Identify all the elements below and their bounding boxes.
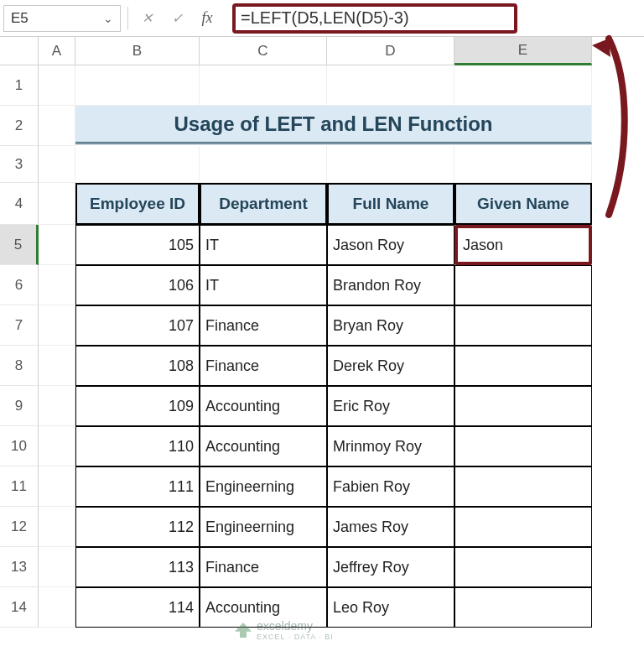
- cell-department[interactable]: IT: [200, 265, 327, 305]
- column-header-B[interactable]: B: [75, 37, 200, 65]
- cell-employee-id[interactable]: 111: [75, 466, 200, 507]
- cell-department[interactable]: Engineerning: [200, 466, 327, 507]
- cell-given-name[interactable]: [454, 507, 592, 547]
- watermark-logo-icon: [235, 623, 252, 638]
- cell-A2[interactable]: [39, 106, 75, 146]
- row-header-6[interactable]: 6: [0, 265, 39, 305]
- cell-employee-id[interactable]: 110: [75, 426, 200, 466]
- cell-A1[interactable]: [39, 65, 75, 106]
- cell-full-name[interactable]: Derek Roy: [327, 346, 454, 386]
- cell-full-name[interactable]: Eric Roy: [327, 386, 454, 426]
- cell-B3[interactable]: [75, 146, 200, 183]
- header-given-name[interactable]: Given Name: [454, 183, 592, 225]
- cell-E3[interactable]: [454, 146, 592, 183]
- cell-employee-id[interactable]: 112: [75, 507, 200, 547]
- cell-D3[interactable]: [327, 146, 454, 183]
- title-cell[interactable]: Usage of LEFT and LEN Function: [75, 106, 592, 144]
- formula-input-wrap: =LEFT(D5,LEN(D5)-3): [226, 2, 641, 35]
- separator: [127, 7, 128, 30]
- fx-icon[interactable]: fx: [195, 7, 219, 30]
- cell-E1[interactable]: [454, 65, 592, 106]
- cell-D1[interactable]: [327, 65, 454, 106]
- header-full-name[interactable]: Full Name: [327, 183, 454, 225]
- cell-full-name[interactable]: Mrinmoy Roy: [327, 426, 454, 466]
- chevron-down-icon[interactable]: ⌄: [103, 12, 113, 25]
- cell-department[interactable]: Finance: [200, 305, 327, 346]
- cell-department[interactable]: Accounting: [200, 426, 327, 466]
- cell-department[interactable]: Engineerning: [200, 507, 327, 547]
- row-header-7[interactable]: 7: [0, 305, 39, 346]
- cell-full-name[interactable]: Jason Roy: [327, 225, 454, 265]
- row-header-12[interactable]: 12: [0, 507, 39, 547]
- cell-employee-id[interactable]: 113: [75, 547, 200, 587]
- cell-A10[interactable]: [39, 426, 75, 466]
- grid: 1 2 3 4 5 6 7 8 9 10 11 12 13 14 Usage o…: [0, 65, 644, 628]
- cell-given-name[interactable]: [454, 426, 592, 466]
- enter-icon[interactable]: ✓: [165, 7, 189, 30]
- cell-given-name[interactable]: [454, 386, 592, 426]
- cell-A12[interactable]: [39, 507, 75, 547]
- cell-department[interactable]: Finance: [200, 547, 327, 587]
- column-header-D[interactable]: D: [327, 37, 454, 65]
- cell-given-name[interactable]: [454, 305, 592, 346]
- cell-A7[interactable]: [39, 305, 75, 346]
- cell-full-name[interactable]: Brandon Roy: [327, 265, 454, 305]
- row-header-13[interactable]: 13: [0, 547, 39, 587]
- column-header-E[interactable]: E: [454, 37, 592, 65]
- cell-A6[interactable]: [39, 265, 75, 305]
- cell-C3[interactable]: [200, 146, 327, 183]
- row-header-5[interactable]: 5: [0, 225, 39, 265]
- cell-A14[interactable]: [39, 587, 75, 628]
- row-header-3[interactable]: 3: [0, 146, 39, 183]
- cell-A9[interactable]: [39, 386, 75, 426]
- row-header-2[interactable]: 2: [0, 106, 39, 146]
- row-header-10[interactable]: 10: [0, 426, 39, 466]
- row-header-14[interactable]: 14: [0, 587, 39, 628]
- formula-input[interactable]: =LEFT(D5,LEN(D5)-3): [232, 3, 517, 34]
- cell-A8[interactable]: [39, 346, 75, 386]
- cell-given-name[interactable]: [454, 547, 592, 587]
- row-header-11[interactable]: 11: [0, 466, 39, 507]
- cell-employee-id[interactable]: 109: [75, 386, 200, 426]
- cancel-icon[interactable]: ✕: [135, 7, 158, 30]
- cell-given-name[interactable]: Jason: [454, 225, 592, 265]
- cell-given-name[interactable]: [454, 265, 592, 305]
- row-header-9[interactable]: 9: [0, 386, 39, 426]
- column-header-A[interactable]: A: [39, 37, 75, 65]
- select-all-corner[interactable]: [0, 37, 39, 65]
- cell-department[interactable]: IT: [200, 225, 327, 265]
- header-department[interactable]: Department: [200, 183, 327, 225]
- column-headers: A B C D E: [0, 37, 644, 65]
- cell-full-name[interactable]: James Roy: [327, 507, 454, 547]
- cell-employee-id[interactable]: 107: [75, 305, 200, 346]
- cell-full-name[interactable]: Leo Roy: [327, 587, 454, 628]
- cell-A11[interactable]: [39, 466, 75, 507]
- cell-employee-id[interactable]: 105: [75, 225, 200, 265]
- row-header-1[interactable]: 1: [0, 65, 39, 106]
- cell-given-name[interactable]: [454, 466, 592, 507]
- cell-full-name[interactable]: Jeffrey Roy: [327, 547, 454, 587]
- cell-given-name[interactable]: [454, 587, 592, 628]
- cell-department[interactable]: Finance: [200, 346, 327, 386]
- column-header-C[interactable]: C: [200, 37, 327, 65]
- row-header-4[interactable]: 4: [0, 183, 39, 225]
- cell-full-name[interactable]: Fabien Roy: [327, 466, 454, 507]
- cell-department[interactable]: Accounting: [200, 386, 327, 426]
- name-box[interactable]: E5 ⌄: [3, 5, 121, 32]
- cell-A13[interactable]: [39, 547, 75, 587]
- cell-A3[interactable]: [39, 146, 75, 183]
- cell-given-name[interactable]: [454, 346, 592, 386]
- cell-B1[interactable]: [75, 65, 200, 106]
- row-header-8[interactable]: 8: [0, 346, 39, 386]
- header-employee-id[interactable]: Employee ID: [75, 183, 200, 225]
- cell-employee-id[interactable]: 106: [75, 265, 200, 305]
- cell-C1[interactable]: [200, 65, 327, 106]
- cell-A5[interactable]: [39, 225, 75, 265]
- cell-A4[interactable]: [39, 183, 75, 225]
- cell-full-name[interactable]: Bryan Roy: [327, 305, 454, 346]
- cell-employee-id[interactable]: 108: [75, 346, 200, 386]
- formula-bar: E5 ⌄ ✕ ✓ fx =LEFT(D5,LEN(D5)-3): [0, 0, 644, 37]
- cell-employee-id[interactable]: 114: [75, 587, 200, 628]
- formula-text: =LEFT(D5,LEN(D5)-3): [241, 8, 409, 28]
- title-text: Usage of LEFT and LEN Function: [174, 112, 493, 136]
